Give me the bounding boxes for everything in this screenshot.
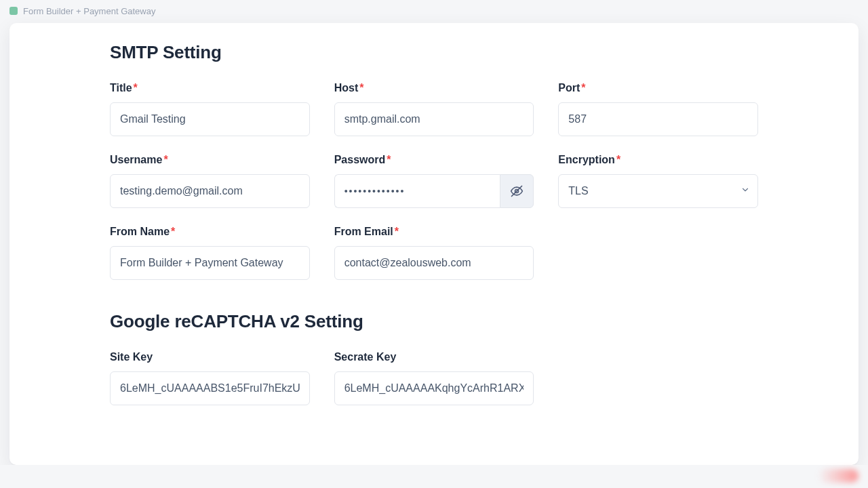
eye-off-icon <box>510 184 524 198</box>
grid-filler <box>558 351 758 405</box>
secret-key-input[interactable] <box>334 371 534 405</box>
label-password: Password* <box>334 154 534 166</box>
field-site-key: Site Key <box>110 351 310 405</box>
encryption-select[interactable] <box>558 174 758 208</box>
label-title-text: Title <box>110 82 132 94</box>
field-secret-key: Secrate Key <box>334 351 534 405</box>
password-wrap <box>334 174 534 208</box>
label-from-email: From Email* <box>334 226 534 238</box>
grid-filler <box>558 226 758 280</box>
from-email-input[interactable] <box>334 246 534 280</box>
recaptcha-heading: Google reCAPTCHA v2 Setting <box>110 311 758 332</box>
field-title: Title* <box>110 82 310 136</box>
label-from-email-text: From Email <box>334 226 393 237</box>
label-site-key-text: Site Key <box>110 351 153 363</box>
required-marker: * <box>616 154 620 165</box>
label-site-key: Site Key <box>110 351 310 363</box>
app-topbar: Form Builder + Payment Gateway <box>0 0 868 22</box>
settings-panel: SMTP Setting Title* Host* Port* <box>9 23 859 465</box>
app-logo-icon <box>9 7 18 15</box>
label-title: Title* <box>110 82 310 94</box>
title-input[interactable] <box>110 102 310 136</box>
settings-content: SMTP Setting Title* Host* Port* <box>9 23 859 422</box>
password-input[interactable] <box>334 174 500 208</box>
label-username: Username* <box>110 154 310 166</box>
field-host: Host* <box>334 82 534 136</box>
toggle-password-visibility-button[interactable] <box>500 174 534 208</box>
smtp-grid: Title* Host* Port* Username* <box>110 82 758 280</box>
required-marker: * <box>581 82 585 94</box>
label-secret-key: Secrate Key <box>334 351 534 363</box>
site-key-input[interactable] <box>110 371 310 405</box>
required-marker: * <box>134 82 138 94</box>
bottom-accent-glow <box>818 469 859 483</box>
app-title: Form Builder + Payment Gateway <box>23 6 155 16</box>
port-input[interactable] <box>558 102 758 136</box>
field-from-name: From Name* <box>110 226 310 280</box>
label-from-name: From Name* <box>110 226 310 238</box>
label-host: Host* <box>334 82 534 94</box>
label-secret-key-text: Secrate Key <box>334 351 397 363</box>
label-encryption-text: Encryption <box>558 154 615 165</box>
label-encryption: Encryption* <box>558 154 758 166</box>
encryption-select-wrap <box>558 174 758 208</box>
field-port: Port* <box>558 82 758 136</box>
label-password-text: Password <box>334 154 386 165</box>
smtp-heading: SMTP Setting <box>110 42 758 63</box>
field-from-email: From Email* <box>334 226 534 280</box>
required-marker: * <box>163 154 167 165</box>
required-marker: * <box>359 82 363 94</box>
section-spacer <box>110 280 758 311</box>
required-marker: * <box>395 226 399 237</box>
field-username: Username* <box>110 154 310 208</box>
required-marker: * <box>387 154 391 165</box>
field-password: Password* <box>334 154 534 208</box>
label-username-text: Username <box>110 154 162 165</box>
bottom-area <box>0 465 868 488</box>
username-input[interactable] <box>110 174 310 208</box>
label-port-text: Port <box>558 82 580 94</box>
label-from-name-text: From Name <box>110 226 170 237</box>
label-port: Port* <box>558 82 758 94</box>
host-input[interactable] <box>334 102 534 136</box>
required-marker: * <box>171 226 175 237</box>
field-encryption: Encryption* <box>558 154 758 208</box>
from-name-input[interactable] <box>110 246 310 280</box>
recaptcha-grid: Site Key Secrate Key <box>110 351 758 405</box>
label-host-text: Host <box>334 82 359 94</box>
